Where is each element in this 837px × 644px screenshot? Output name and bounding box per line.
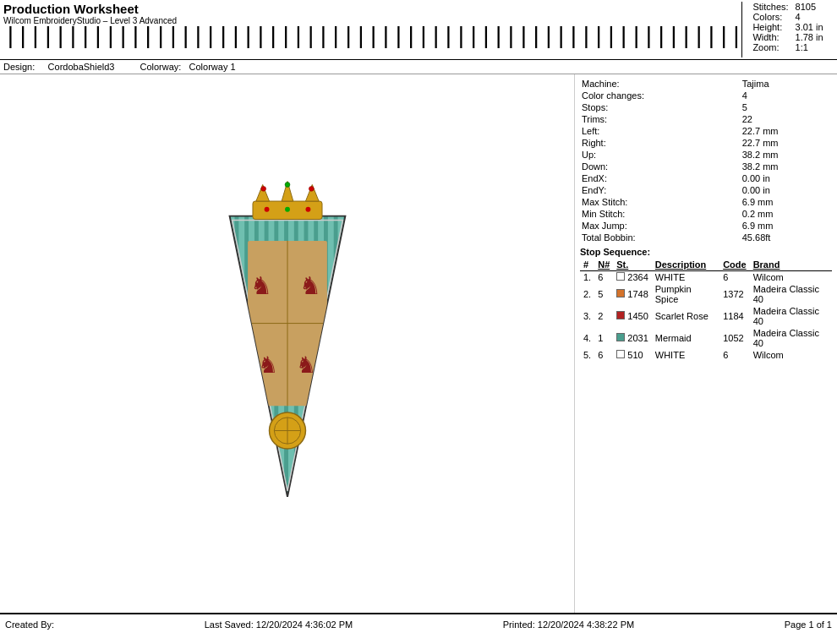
barcode: ||||||||||||||||||||||||||||||||||||||||… — [3, 25, 741, 49]
down-value: 38.2 mm — [741, 161, 832, 172]
stops-label: Stops: — [580, 101, 741, 113]
row-brand: Madeira Classic 40 — [750, 327, 832, 349]
specs-panel: Machine: Tajima Color changes: 4 Stops: … — [575, 74, 837, 613]
max-stitch-label: Max Stitch: — [580, 196, 741, 208]
svg-point-11 — [260, 186, 265, 191]
max-jump-label: Max Jump: — [580, 220, 741, 232]
trims-label: Trims: — [580, 113, 741, 125]
main-content: ♞ ♞ ♞ ♞ — [0, 74, 837, 614]
lion-tl: ♞ — [249, 271, 271, 299]
lion-br: ♞ — [296, 352, 316, 378]
design-info: Design: CordobaShield3 Colorway: Colorwa… — [0, 60, 837, 74]
row-n: 1 — [594, 327, 613, 349]
svg-point-13 — [309, 186, 314, 191]
up-label: Up: — [580, 149, 741, 161]
max-stitch-value: 6.9 mm — [741, 196, 832, 208]
row-brand: Wilcom — [750, 349, 832, 361]
zoom-label: Zoom: — [749, 42, 791, 52]
col-st: St. — [613, 259, 652, 271]
printed: Printed: 12/20/2024 4:38:22 PM — [503, 619, 634, 630]
left-value: 22.7 mm — [741, 125, 832, 137]
lion-tr: ♞ — [299, 271, 321, 299]
row-num: 3. — [580, 305, 594, 327]
embroidery-preview: ♞ ♞ ♞ ♞ — [152, 166, 423, 521]
total-bobbin-value: 45.68ft — [741, 232, 832, 243]
machine-value: Tajima — [741, 78, 832, 90]
machine-label: Machine: — [580, 78, 741, 90]
min-stitch-value: 0.2 mm — [741, 208, 832, 220]
created-by: Created By: — [5, 619, 54, 630]
color-swatch — [616, 272, 625, 281]
min-stitch-label: Min Stitch: — [580, 208, 741, 220]
row-description: Scarlet Rose — [652, 305, 719, 327]
row-code: 1052 — [719, 327, 750, 349]
row-n: 2 — [594, 305, 613, 327]
design-label: Design: — [3, 62, 35, 72]
stitches-label: Stitches: — [749, 2, 791, 12]
width-label: Width: — [749, 32, 791, 42]
row-code: 1184 — [719, 305, 750, 327]
last-saved: Last Saved: 12/20/2024 4:36:02 PM — [205, 619, 353, 630]
down-label: Down: — [580, 161, 741, 172]
svg-point-14 — [264, 206, 269, 211]
stop-sequence-title: Stop Sequence: — [580, 247, 832, 257]
endy-label: EndY: — [580, 184, 741, 196]
total-bobbin-label: Total Bobbin: — [580, 232, 741, 243]
row-description: Pumpkin Spice — [652, 283, 719, 305]
table-row: 5. 6 510 WHITE 6 Wilcom — [580, 349, 832, 361]
row-n: 5 — [594, 283, 613, 305]
page-number: Page 1 of 1 — [785, 619, 832, 630]
barcode-text — [3, 49, 741, 57]
colorway-label: Colorway: — [140, 62, 181, 72]
svg-point-12 — [285, 182, 290, 187]
row-brand: Madeira Classic 40 — [750, 283, 832, 305]
specs-table: Machine: Tajima Color changes: 4 Stops: … — [580, 78, 832, 243]
color-changes-value: 4 — [741, 90, 832, 101]
colors-label: Colors: — [749, 12, 791, 22]
colorway-row: Colorway: Colorway 1 — [140, 62, 235, 72]
right-value: 22.7 mm — [741, 137, 832, 149]
row-brand: Madeira Classic 40 — [750, 305, 832, 327]
table-row: 2. 5 1748 Pumpkin Spice 1372 Madeira Cla… — [580, 283, 832, 305]
row-swatch-st: 1450 — [613, 305, 652, 327]
row-description: WHITE — [652, 349, 719, 361]
row-code: 6 — [719, 349, 750, 361]
col-hash: # — [580, 259, 594, 271]
right-label: Right: — [580, 137, 741, 149]
row-swatch-st: 2364 — [613, 271, 652, 284]
row-n: 6 — [594, 271, 613, 284]
col-code: Code — [719, 259, 750, 271]
table-row: 1. 6 2364 WHITE 6 Wilcom — [580, 271, 832, 284]
left-label: Left: — [580, 125, 741, 137]
endx-value: 0.00 in — [741, 172, 832, 184]
table-row: 4. 1 2031 Mermaid 1052 Madeira Classic 4… — [580, 327, 832, 349]
endx-label: EndX: — [580, 172, 741, 184]
col-description: Description — [652, 259, 719, 271]
svg-point-15 — [285, 206, 290, 211]
colors-value: 4 — [792, 12, 827, 22]
preview-area: ♞ ♞ ♞ ♞ — [0, 74, 575, 613]
row-brand: Wilcom — [750, 271, 832, 284]
color-swatch — [616, 289, 625, 297]
row-num: 2. — [580, 283, 594, 305]
col-n: N# — [594, 259, 613, 271]
row-swatch-st: 510 — [613, 349, 652, 361]
header-left: Production Worksheet Wilcom EmbroiderySt… — [3, 2, 741, 57]
color-changes-label: Color changes: — [580, 90, 741, 101]
row-n: 6 — [594, 349, 613, 361]
page-title: Production Worksheet — [3, 2, 741, 16]
header-stats: Stitches: 8105 Colors: 4 Height: 3.01 in… — [741, 2, 837, 57]
trims-value: 22 — [741, 113, 832, 125]
col-brand: Brand — [750, 259, 832, 271]
header: Production Worksheet Wilcom EmbroiderySt… — [0, 0, 837, 60]
footer: Created By: Last Saved: 12/20/2024 4:36:… — [0, 614, 837, 634]
stitches-value: 8105 — [792, 2, 827, 12]
row-num: 1. — [580, 271, 594, 284]
height-value: 3.01 in — [792, 22, 827, 32]
row-code: 1372 — [719, 283, 750, 305]
row-description: WHITE — [652, 271, 719, 284]
stops-value: 5 — [741, 101, 832, 113]
color-swatch — [616, 333, 625, 341]
zoom-value: 1:1 — [792, 42, 827, 52]
row-description: Mermaid — [652, 327, 719, 349]
